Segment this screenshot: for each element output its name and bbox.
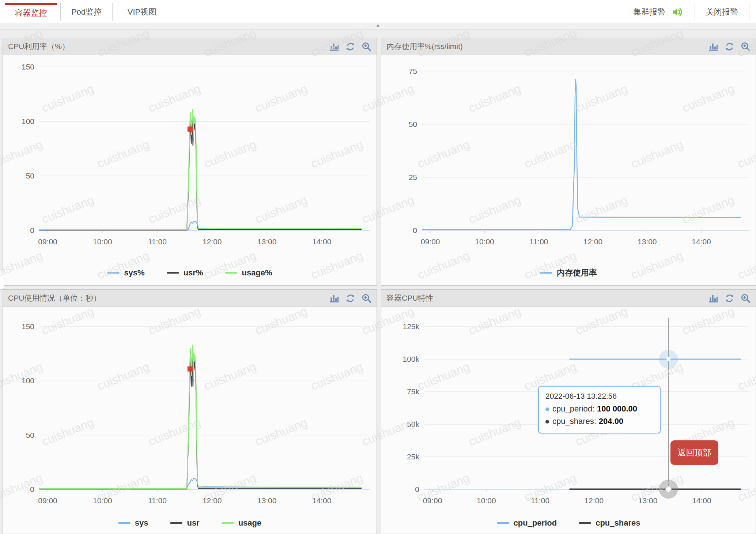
refresh-icon[interactable]: [345, 42, 355, 52]
chart-plot-memory-usage[interactable]: 025507509:0010:0011:0012:0013:0014:00: [381, 55, 756, 260]
legend-item[interactable]: usage: [222, 518, 262, 528]
zoom-in-icon[interactable]: [362, 42, 371, 52]
alarm-controls: 集群报警 关闭报警: [633, 3, 749, 21]
tab-container-monitor[interactable]: 容器监控: [5, 3, 57, 21]
svg-text:13:00: 13:00: [638, 496, 658, 505]
svg-text:150: 150: [22, 63, 34, 71]
chart-legend: cpu_periodcpu_shares: [381, 512, 756, 534]
chart-tooltip: 2022-06-13 13:22:56 cpu_period:100 000.0…: [538, 386, 661, 433]
tab-bar: 容器监控 Pod监控 VIP视图: [5, 3, 168, 21]
tab-pod-monitor[interactable]: Pod监控: [60, 3, 113, 21]
legend-item[interactable]: cpu_period: [497, 518, 557, 528]
chart-title: CPU使用情况（单位：秒）: [8, 293, 101, 303]
svg-text:75: 75: [409, 67, 417, 75]
legend-item[interactable]: usr: [170, 518, 199, 528]
tab-vip-view[interactable]: VIP视图: [116, 3, 168, 21]
svg-text:25k: 25k: [407, 452, 419, 461]
speaker-icon[interactable]: [671, 6, 684, 18]
svg-text:14:00: 14:00: [312, 496, 332, 505]
svg-text:0: 0: [415, 485, 419, 493]
svg-text:75k: 75k: [407, 387, 419, 396]
bar-chart-icon[interactable]: [708, 42, 718, 52]
panel-cpu-utilization: CPU利用率（%） 05010015009:0010:0011:0012:001…: [3, 38, 377, 286]
svg-text:50k: 50k: [407, 420, 419, 428]
chart-title: 容器CPU特性: [386, 293, 433, 303]
series-dot-icon: [545, 420, 549, 424]
panel-cpu-usage-seconds: CPU使用情况（单位：秒） 05010015009:0010:0011:0012…: [3, 289, 377, 534]
panel-container-cpu: 容器CPU特性 025k50k75k100k125k09:0010:0011:0…: [381, 289, 756, 534]
svg-text:11:00: 11:00: [529, 237, 548, 246]
zoom-in-icon[interactable]: [362, 293, 371, 303]
legend-item[interactable]: sys%: [107, 268, 144, 278]
chart-toolbar: [329, 293, 371, 303]
svg-text:10:00: 10:00: [477, 496, 496, 505]
svg-text:13:00: 13:00: [638, 237, 657, 246]
svg-text:09:00: 09:00: [421, 237, 440, 246]
svg-text:50: 50: [26, 431, 34, 439]
svg-text:150: 150: [22, 322, 34, 331]
top-bar: 容器监控 Pod监控 VIP视图 集群报警 关闭报警: [0, 0, 756, 23]
chart-legend: sysusrusage: [3, 512, 377, 534]
bar-chart-icon[interactable]: [329, 293, 339, 303]
svg-text:14:00: 14:00: [312, 237, 332, 246]
tooltip-item: cpu_shares:204.00: [545, 415, 653, 428]
svg-text:09:00: 09:00: [423, 496, 442, 505]
svg-text:12:00: 12:00: [583, 237, 603, 246]
back-to-top-button[interactable]: 返回顶部: [670, 440, 718, 465]
refresh-icon[interactable]: [725, 293, 734, 303]
legend-item[interactable]: cpu_shares: [579, 518, 640, 528]
svg-text:50: 50: [26, 172, 34, 180]
chart-toolbar: [329, 42, 371, 52]
svg-text:100: 100: [22, 117, 34, 125]
chart-toolbar: [708, 42, 751, 52]
chart-plot-cpu-usage-seconds[interactable]: 05010015009:0010:0011:0012:0013:0014:00: [3, 307, 377, 512]
zoom-in-icon[interactable]: [741, 293, 751, 303]
chart-legend: sys%usr%usage%: [3, 260, 377, 285]
chart-title: 内存使用率%(rss/limit): [386, 41, 463, 52]
chart-legend: 内存使用率: [381, 260, 756, 285]
close-alarm-button[interactable]: 关闭报警: [695, 3, 749, 21]
refresh-icon[interactable]: [345, 293, 355, 303]
svg-text:13:00: 13:00: [257, 237, 277, 246]
svg-text:09:00: 09:00: [38, 496, 57, 505]
svg-text:50: 50: [409, 120, 417, 128]
svg-text:14:00: 14:00: [692, 237, 711, 246]
bar-chart-icon[interactable]: [329, 42, 339, 52]
svg-text:100k: 100k: [402, 355, 419, 363]
svg-text:10:00: 10:00: [93, 496, 112, 505]
zoom-in-icon[interactable]: [741, 42, 751, 52]
legend-item[interactable]: sys: [118, 518, 148, 528]
svg-text:11:00: 11:00: [148, 496, 167, 505]
svg-text:25: 25: [409, 173, 417, 181]
chart-toolbar: [708, 293, 751, 303]
legend-item[interactable]: 内存使用率: [540, 267, 597, 278]
bar-chart-icon[interactable]: [708, 293, 718, 303]
svg-text:12:00: 12:00: [203, 237, 222, 246]
svg-text:13:00: 13:00: [257, 496, 277, 505]
collapse-arrow-icon[interactable]: ▲: [0, 22, 756, 28]
chart-title: CPU利用率（%）: [8, 41, 69, 52]
tooltip-date: 2022-06-13 13:22:56: [545, 392, 653, 400]
svg-text:12:00: 12:00: [203, 496, 222, 505]
collapse-strip: ▲: [0, 23, 756, 30]
svg-text:09:00: 09:00: [38, 237, 57, 246]
tooltip-item: cpu_period:100 000.00: [545, 403, 653, 415]
svg-text:100: 100: [22, 376, 34, 385]
chart-plot-cpu-utilization[interactable]: 05010015009:0010:0011:0012:0013:0014:00: [3, 55, 377, 260]
svg-text:11:00: 11:00: [531, 496, 549, 505]
svg-text:0: 0: [413, 226, 417, 234]
panel-memory-usage: 内存使用率%(rss/limit) 025507509:0010:0011:00…: [381, 38, 756, 286]
chart-header: CPU使用情况（单位：秒）: [3, 290, 377, 307]
svg-text:10:00: 10:00: [475, 237, 494, 246]
chart-header: CPU利用率（%）: [3, 38, 377, 55]
refresh-icon[interactable]: [725, 42, 734, 52]
svg-text:14:00: 14:00: [692, 496, 711, 505]
cluster-alarm-label: 集群报警: [633, 7, 665, 18]
series-dot-icon: [545, 407, 549, 411]
left-drawer-handle[interactable]: [0, 270, 4, 290]
svg-text:0: 0: [30, 226, 34, 234]
legend-item[interactable]: usage%: [225, 268, 272, 278]
chart-header: 内存使用率%(rss/limit): [381, 38, 756, 55]
legend-item[interactable]: usr%: [167, 268, 203, 278]
svg-text:10:00: 10:00: [93, 237, 112, 246]
